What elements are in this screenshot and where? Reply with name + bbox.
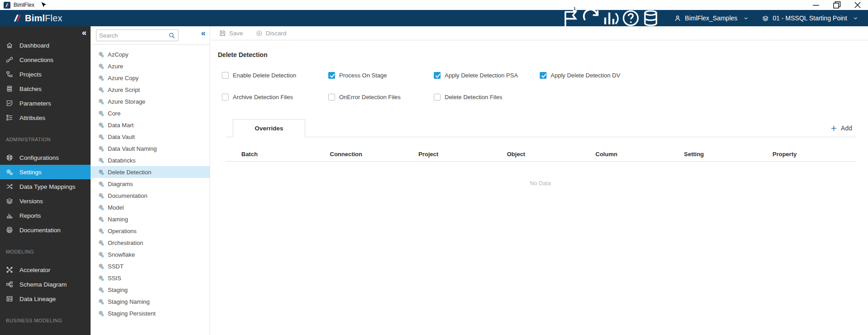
insights-button[interactable]	[601, 8, 621, 28]
help-button[interactable]	[621, 8, 641, 28]
parameters-icon	[6, 100, 13, 107]
refresh-button[interactable]	[581, 8, 601, 28]
checkbox-box[interactable]	[434, 94, 441, 100]
settings-list-item-databricks[interactable]: Databricks	[91, 154, 210, 166]
sidebar-collapse-button[interactable]: «	[82, 29, 86, 37]
sidebar-item-label: Batches	[19, 86, 42, 92]
settings-list-item-snowflake[interactable]: Snowflake	[91, 249, 210, 260]
settings-list-item-naming[interactable]: Naming	[91, 213, 210, 225]
sidebar-item-batches[interactable]: Batches	[0, 81, 91, 96]
checkbox-box[interactable]	[328, 72, 335, 79]
person-icon	[674, 15, 681, 22]
settings-list-item-label: Azure Copy	[108, 75, 139, 81]
checkbox-delete-detection-files[interactable]: Delete Detection Files	[434, 94, 502, 100]
settings-list-item-azure-script[interactable]: Azure Script	[91, 84, 210, 96]
sidebar-item-connections[interactable]: Connections	[0, 53, 91, 67]
checkbox-box[interactable]	[222, 94, 229, 100]
settings-list-item-orchestration[interactable]: Orchestration	[91, 237, 210, 249]
settings-list-item-azure[interactable]: Azure	[91, 60, 210, 72]
settings-list-item-staging-persistent[interactable]: Staging Persistent	[91, 307, 210, 319]
overrides-table-header: BatchConnectionProjectObjectColumnSettin…	[225, 138, 856, 162]
settings-list-item-label: Databricks	[108, 157, 135, 164]
search-icon[interactable]	[168, 32, 175, 39]
tab-overrides[interactable]: Overrides	[233, 119, 305, 137]
settings-list-item-diagrams[interactable]: Diagrams	[91, 178, 210, 190]
settings-list-item-delete-detection[interactable]: Delete Detection	[91, 166, 210, 178]
checkbox-label: Enable Delete Detection	[233, 72, 296, 79]
settings-list-item-model[interactable]: Model	[91, 201, 210, 213]
checkbox-process-on-stage[interactable]: Process On Stage	[328, 72, 387, 79]
sidebar-item-attributes[interactable]: Attributes	[0, 110, 91, 125]
gear-pair-icon	[98, 298, 105, 305]
sidebar-item-parameters[interactable]: Parameters	[0, 96, 91, 110]
sidebar-item-label: Data Type Mappings	[19, 183, 76, 190]
sidebar-item-versions[interactable]: Versions	[0, 194, 91, 208]
panel-collapse-button[interactable]: «	[201, 29, 206, 37]
sidebar-item-configurations[interactable]: Configurations	[0, 150, 91, 165]
account-dropdown[interactable]: BimlFlex_Samples	[674, 14, 748, 22]
gear-pair-icon	[98, 157, 105, 164]
settings-list-item-ssis[interactable]: SSIS	[91, 272, 210, 284]
settings-list-item-label: Staging Persistent	[108, 310, 156, 317]
sidebar-section-modeling: MODELING	[0, 246, 91, 257]
sidebar-item-reports[interactable]: Reports	[0, 208, 91, 223]
gear-pair-icon	[98, 251, 105, 258]
discard-button[interactable]: Discard	[256, 30, 287, 37]
settings-list-item-operations[interactable]: Operations	[91, 225, 210, 237]
database-button[interactable]	[641, 8, 661, 28]
checkbox-row-2: Archive Detection FilesOnError Detection…	[211, 94, 868, 101]
gear-pair-icon	[98, 228, 105, 234]
environment-dropdown[interactable]: 01 - MSSQL Starting Point	[762, 14, 858, 22]
data-lineage-icon	[6, 295, 13, 302]
settings-list-item-label: AzCopy	[108, 51, 129, 58]
settings-list-item-azcopy[interactable]: AzCopy	[91, 48, 210, 60]
settings-list-item-core[interactable]: Core	[91, 107, 210, 119]
checkbox-box[interactable]	[222, 72, 229, 79]
checkbox-box[interactable]	[540, 72, 547, 79]
checkbox-label: Process On Stage	[339, 72, 387, 79]
settings-list-item-azure-copy[interactable]: Azure Copy	[91, 72, 210, 84]
settings-list-item-data-mart[interactable]: Data Mart	[91, 119, 210, 131]
settings-list-item-label: Diagrams	[108, 181, 133, 187]
settings-list-item-data-vault-naming[interactable]: Data Vault Naming	[91, 143, 210, 154]
gear-pair-icon	[98, 63, 105, 70]
checkbox-apply-delete-detection-dv[interactable]: Apply Delete Detection DV	[540, 72, 620, 79]
checkbox-box[interactable]	[434, 72, 441, 79]
add-button[interactable]: Add	[830, 124, 852, 132]
settings-list-item-staging-naming[interactable]: Staging Naming	[91, 296, 210, 307]
search-input[interactable]	[96, 32, 168, 39]
gear-pair-icon	[98, 310, 105, 317]
settings-list-item-staging[interactable]: Staging	[91, 284, 210, 296]
sidebar-item-projects[interactable]: Projects	[0, 67, 91, 81]
sidebar-item-data-lineage[interactable]: Data Lineage	[0, 292, 91, 306]
gear-pair-icon	[98, 110, 105, 117]
checkbox-onerror-detection-files[interactable]: OnError Detection Files	[328, 94, 401, 100]
settings-list-header: «	[91, 26, 210, 45]
home-icon	[6, 42, 13, 49]
gear-pair-icon	[98, 75, 105, 81]
checkbox-label: Archive Detection Files	[233, 94, 293, 100]
sidebar-item-label: Connections	[19, 57, 53, 63]
settings-list-item-data-vault[interactable]: Data Vault	[91, 131, 210, 143]
settings-list-item-documentation[interactable]: Documentation	[91, 190, 210, 201]
checkbox-apply-delete-detection-psa[interactable]: Apply Delete Detection PSA	[434, 72, 518, 79]
checkbox-archive-detection-files[interactable]: Archive Detection Files	[222, 94, 293, 100]
column-header-batch: Batch	[225, 151, 314, 158]
settings-list-item-azure-storage[interactable]: Azure Storage	[91, 96, 210, 107]
settings-list-item-label: SSDT	[108, 263, 124, 270]
save-button[interactable]: Save	[219, 30, 243, 37]
gear-pair-icon	[98, 263, 105, 270]
sidebar-item-accelerator[interactable]: Accelerator	[0, 263, 91, 277]
sidebar-item-dashboard[interactable]: Dashboard	[0, 38, 91, 53]
checkbox-label: Delete Detection Files	[445, 94, 502, 100]
sidebar-item-data-type-mappings[interactable]: Data Type Mappings	[0, 179, 91, 194]
settings-list-item-label: Documentation	[108, 192, 147, 199]
checkbox-enable-delete-detection[interactable]: Enable Delete Detection	[222, 72, 296, 79]
sidebar-item-settings[interactable]: Settings	[0, 165, 91, 179]
sidebar-item-documentation[interactable]: Documentation	[0, 223, 91, 237]
empty-table-message: No Data	[225, 180, 856, 187]
settings-list-item-ssdt[interactable]: SSDT	[91, 260, 210, 272]
checkbox-box[interactable]	[328, 94, 335, 100]
sidebar-item-schema-diagram[interactable]: Schema Diagram	[0, 277, 91, 292]
notifications-flag-button[interactable]: 1	[561, 8, 581, 28]
